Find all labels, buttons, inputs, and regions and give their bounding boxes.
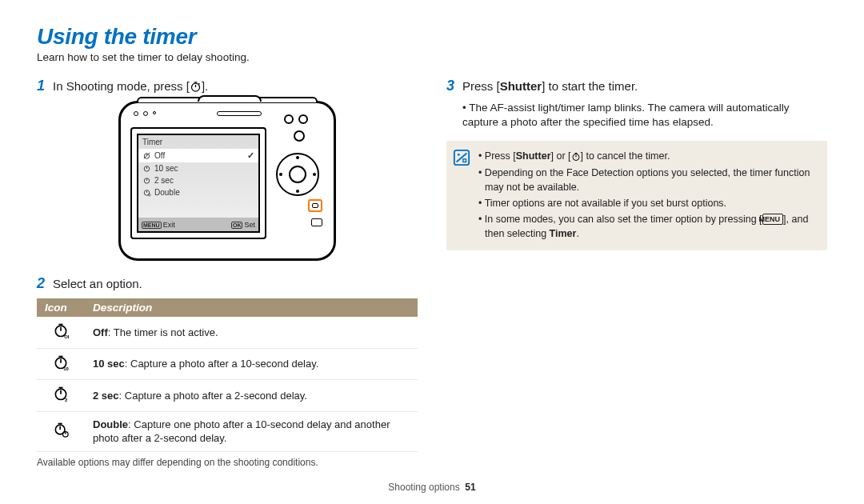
menu-item-2sec: 2 sec [138,174,258,186]
manual-page: Using the timer Learn how to set the tim… [0,0,864,504]
camera-illustration: Timer Off ✓ 10 sec [37,101,418,261]
step-3-detail: The AF-assist light/timer lamp blinks. T… [446,101,827,130]
table-row: OFF Off: The timer is not active. [37,317,418,348]
menu-item-off: Off ✓ [138,149,258,162]
info-item: In some modes, you can also set the time… [478,212,818,241]
step-text: In Shooting mode, press []. [53,79,418,93]
timer-off-icon: OFF [37,317,85,348]
table-footnote: Available options may differ depending o… [37,457,418,468]
step-number: 2 [37,275,53,292]
info-box: Press [Shutter] or [] to cancel the time… [446,141,827,250]
camera-body: Timer Off ✓ 10 sec [118,101,336,261]
svg-point-15 [458,154,460,156]
svg-rect-16 [463,159,466,162]
right-column: 3 Press [Shutter] to start the timer. Th… [446,78,827,468]
step-number: 3 [446,78,462,94]
timer-2sec-icon: 2 [37,380,85,412]
page-footer: Shooting options 51 [0,482,864,493]
menu-item-double: Double [138,186,258,198]
content-columns: 1 In Shooting mode, press []. Ti [37,78,827,468]
info-item: Depending on the Face Detection options … [478,166,818,194]
options-table: Icon Description OFF Off: The timer is n… [37,298,418,452]
table-row: 2 2 sec: Capture a photo after a 2-secon… [37,380,418,412]
timer-double-icon [37,411,85,451]
info-list: Press [Shutter] or [] to cancel the time… [478,149,818,242]
highlighted-timer-button [308,199,322,212]
col-icon: Icon [37,298,85,317]
step-text: Press [Shutter] to start the timer. [462,79,827,93]
table-row: 10 10 sec: Capture a photo after a 10-se… [37,348,418,380]
page-title: Using the timer [37,24,827,50]
info-item: Press [Shutter] or [] to cancel the time… [478,149,818,163]
svg-text:2: 2 [65,398,68,402]
control-wheel [276,153,319,196]
left-column: 1 In Shooting mode, press []. Ti [37,78,418,468]
menu-glyph: MENU [762,214,784,225]
step-2: 2 Select an option. [37,275,418,292]
info-item: Timer options are not available if you s… [478,196,818,210]
col-description: Description [85,298,418,317]
step-3: 3 Press [Shutter] to start the timer. [446,78,827,94]
menu-item-10sec: 10 sec [138,162,258,174]
svg-text:OFF: OFF [64,334,69,338]
menu-bottom-bar: MENUExit OKSet [138,218,258,231]
svg-text:10: 10 [63,366,68,370]
step-number: 1 [37,78,53,94]
step-1: 1 In Shooting mode, press []. [37,78,418,94]
timer-10sec-icon: 10 [37,348,85,380]
step-text: Select an option. [53,277,418,290]
page-intro: Learn how to set the timer to delay shoo… [37,51,827,63]
note-icon [453,149,470,242]
timer-icon [571,152,581,162]
checkmark-icon: ✓ [247,150,254,161]
camera-screen: Timer Off ✓ 10 sec [130,127,266,239]
timer-icon [190,81,202,93]
table-row: Double: Capture one photo after a 10-sec… [37,411,418,451]
menu-title: Timer [138,135,258,149]
